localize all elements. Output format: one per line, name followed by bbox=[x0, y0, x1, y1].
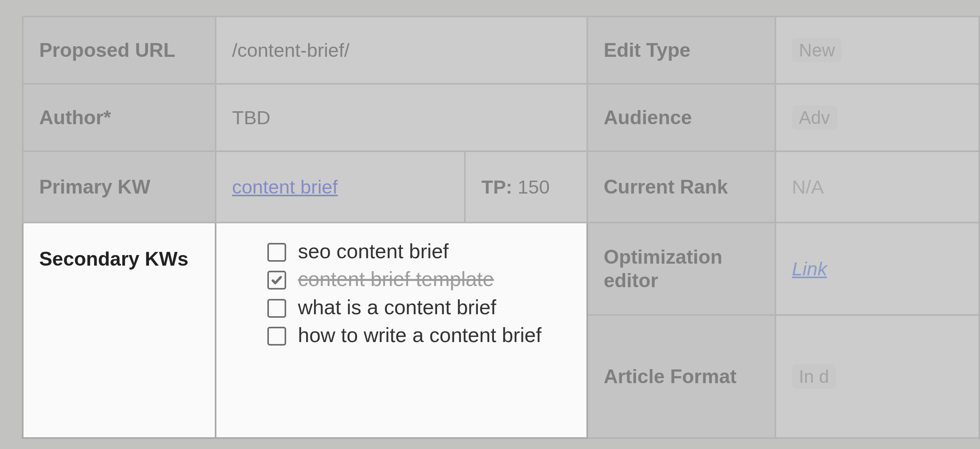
secondary-kw-text: seo content brief bbox=[298, 239, 448, 264]
secondary-kw-list: seo content briefcontent brief templatew… bbox=[216, 223, 588, 367]
label-secondary-kws: Secondary KWs bbox=[22, 222, 216, 439]
secondary-kw-text: how to write a content brief bbox=[298, 323, 541, 348]
value-primary-kw[interactable]: content brief bbox=[215, 150, 466, 223]
value-optimization-editor[interactable]: Link bbox=[775, 222, 980, 316]
edit-type-pill: New bbox=[792, 38, 842, 62]
value-proposed-url[interactable]: /content-brief/ bbox=[215, 16, 588, 85]
checkbox-icon[interactable] bbox=[267, 299, 286, 318]
tp-value: 150 bbox=[518, 176, 550, 198]
checkbox-icon[interactable] bbox=[267, 271, 286, 290]
value-current-rank[interactable]: N/A bbox=[775, 150, 980, 223]
primary-kw-link[interactable]: content brief bbox=[232, 176, 338, 198]
value-edit-type[interactable]: New bbox=[775, 16, 980, 85]
label-proposed-url: Proposed URL bbox=[22, 16, 216, 85]
audience-pill: Adv bbox=[792, 105, 837, 130]
label-current-rank: Current Rank bbox=[586, 150, 776, 223]
secondary-kw-item[interactable]: content brief template bbox=[267, 267, 588, 291]
value-audience[interactable]: Adv bbox=[775, 83, 980, 152]
secondary-kw-item[interactable]: seo content brief bbox=[267, 239, 588, 264]
value-article-format[interactable]: In d bbox=[775, 314, 980, 439]
secondary-kw-item[interactable]: how to write a content brief bbox=[267, 323, 588, 348]
label-edit-type: Edit Type bbox=[586, 16, 776, 85]
label-article-format: Article Format bbox=[586, 314, 776, 439]
tp-label: TP: bbox=[481, 176, 512, 198]
secondary-kw-item[interactable]: what is a content brief bbox=[267, 295, 588, 320]
optimization-editor-link[interactable]: Link bbox=[792, 258, 827, 280]
value-author[interactable]: TBD bbox=[215, 83, 588, 152]
checkbox-icon[interactable] bbox=[267, 243, 286, 262]
article-format-pill: In d bbox=[792, 364, 836, 389]
checkbox-icon[interactable] bbox=[267, 327, 286, 346]
value-tp: TP: 150 bbox=[464, 150, 588, 223]
value-secondary-kws[interactable]: seo content briefcontent brief templatew… bbox=[215, 222, 588, 439]
label-audience: Audience bbox=[586, 83, 776, 152]
label-optimization-editor: Optimization editor bbox=[586, 222, 776, 316]
label-primary-kw: Primary KW bbox=[22, 150, 216, 223]
secondary-kw-text: what is a content brief bbox=[298, 295, 496, 320]
label-author: Author* bbox=[22, 83, 216, 152]
secondary-kw-text: content brief template bbox=[298, 267, 494, 291]
